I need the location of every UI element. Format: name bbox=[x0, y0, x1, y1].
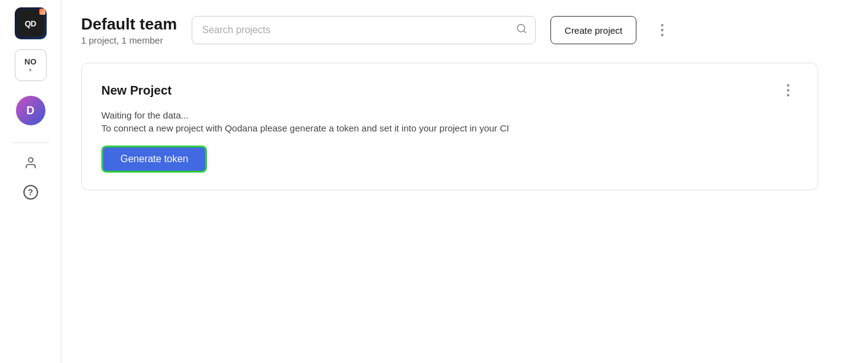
create-project-button[interactable]: Create project bbox=[550, 16, 636, 44]
main-content: Default team 1 project, 1 member Create … bbox=[61, 0, 868, 363]
page-title: Default team bbox=[81, 15, 177, 34]
logo-text: QD bbox=[25, 19, 36, 28]
help-icon-button[interactable]: ? bbox=[18, 180, 43, 205]
user-avatar-button[interactable]: D bbox=[16, 96, 45, 125]
org-switcher-button[interactable]: NO ▾ bbox=[15, 49, 47, 81]
person-icon bbox=[24, 156, 37, 170]
project-name: New Project bbox=[101, 84, 171, 98]
org-label: NO bbox=[25, 57, 37, 66]
page-header: Default team 1 project, 1 member Create … bbox=[81, 15, 848, 45]
app-logo[interactable]: QD bbox=[15, 7, 47, 39]
svg-point-0 bbox=[28, 158, 33, 162]
project-card: New Project Waiting for the data... To c… bbox=[81, 63, 818, 190]
project-more-menu-button[interactable] bbox=[778, 80, 798, 100]
header-more-menu-button[interactable] bbox=[651, 19, 673, 41]
avatar-letter: D bbox=[26, 104, 34, 117]
project-card-header: New Project bbox=[101, 80, 798, 100]
search-box bbox=[192, 16, 536, 44]
project-info-text: To connect a new project with Qodana ple… bbox=[101, 123, 798, 133]
page-subtitle: 1 project, 1 member bbox=[81, 35, 177, 45]
sidebar-divider bbox=[12, 142, 49, 143]
title-group: Default team 1 project, 1 member bbox=[81, 15, 177, 45]
question-mark-icon: ? bbox=[23, 185, 38, 200]
chevron-down-icon: ▾ bbox=[29, 67, 32, 73]
project-three-dots-icon bbox=[787, 84, 789, 96]
project-status-text: Waiting for the data... bbox=[101, 110, 798, 120]
account-icon-button[interactable] bbox=[18, 150, 43, 175]
three-dots-vertical-icon bbox=[661, 24, 663, 36]
generate-token-button[interactable]: Generate token bbox=[101, 146, 207, 173]
logo-accent bbox=[39, 9, 45, 15]
search-input[interactable] bbox=[192, 16, 536, 44]
sidebar: QD NO ▾ D ? bbox=[0, 0, 61, 363]
